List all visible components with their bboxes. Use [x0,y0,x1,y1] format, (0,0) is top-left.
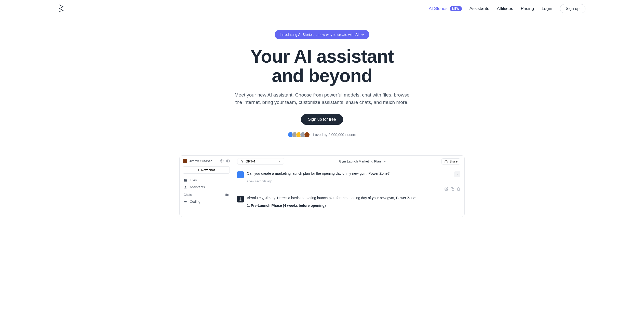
hero-title-line2: and beyond [272,65,372,86]
chevron-down-icon [456,173,459,175]
nav-ai-stories-label: AI Stories [429,6,448,11]
messages: Can you create a marketing launch plan f… [233,167,464,217]
sidebar-header-icons [220,159,230,163]
message-body: Can you create a marketing launch plan f… [247,171,441,191]
svg-rect-1 [227,160,230,162]
share-button[interactable]: Share [441,158,460,165]
hero-title-line1: Your AI assistant [250,46,394,66]
robot-icon [184,185,187,189]
svg-point-2 [185,186,186,187]
hero-section: Introducing AI Stories: a new way to cre… [207,17,437,145]
edit-icon[interactable] [445,187,448,191]
ai-phase-heading: 1. Pre-Launch Phase (4 weeks before open… [247,203,460,208]
message-menu-button[interactable] [454,171,460,177]
nav-login[interactable]: Login [542,6,552,11]
logo[interactable] [59,4,64,13]
avatar-stack [288,132,310,138]
nav-affiliates[interactable]: Affiliates [497,6,513,11]
sidebar: Jimmy Greaser + New chat Files Assistant… [180,156,233,217]
sidebar-item-label: Assistants [190,185,205,189]
announcement-banner[interactable]: Introducing AI Stories: a new way to cre… [275,30,370,39]
sidebar-item-label: Coding [190,200,200,203]
sidebar-folder-coding[interactable]: Coding [183,198,230,205]
new-chat-label: New chat [201,168,215,172]
chat-title[interactable]: Gym Launch Marketing Plan [339,159,386,163]
user-info[interactable]: Jimmy Greaser [183,159,212,163]
signup-button[interactable]: Sign up [560,4,585,13]
plus-icon: + [198,168,200,172]
message-timestamp: a few seconds ago [247,180,441,183]
sidebar-toggle-icon[interactable] [226,159,230,163]
social-proof: Loved by 2,000,000+ users [212,132,432,138]
model-selector[interactable]: GPT-4 [237,158,284,165]
message-text: Can you create a marketing launch plan f… [247,171,441,175]
hero-subtitle: Meet your new AI assistant. Choose from … [233,91,411,106]
app-preview: Jimmy Greaser + New chat Files Assistant… [179,155,465,217]
sidebar-item-label: Files [190,178,197,182]
nav-ai-stories[interactable]: AI Stories NEW [429,6,462,11]
arrow-right-icon [361,33,364,36]
message-actions [445,187,460,191]
content-header: GPT-4 Gym Launch Marketing Plan Share [233,156,464,167]
sidebar-header: Jimmy Greaser [183,159,230,163]
user-msg-avatar [237,171,244,178]
chats-section-header: Chats [183,190,230,198]
share-label: Share [449,160,458,163]
chevron-down-icon [383,160,386,163]
svg-rect-3 [184,201,186,202]
ai-message: Absolutely, Jimmy. Here's a basic market… [237,196,460,208]
hero-title: Your AI assistant and beyond [212,47,432,85]
gear-icon[interactable] [220,159,224,163]
ai-msg-avatar [237,196,244,202]
svg-rect-4 [452,188,454,190]
main-content: GPT-4 Gym Launch Marketing Plan Share Ca… [233,156,464,217]
ai-intro-text: Absolutely, Jimmy. Here's a basic market… [247,196,460,200]
openai-icon [238,197,243,201]
sidebar-item-assistants[interactable]: Assistants [183,184,230,190]
model-name: GPT-4 [246,159,255,163]
social-proof-text: Loved by 2,000,000+ users [313,133,356,137]
nav-assistants[interactable]: Assistants [469,6,489,11]
sidebar-item-files[interactable]: Files [183,177,230,184]
delete-icon[interactable] [457,187,460,191]
new-badge: NEW [450,6,462,11]
message-body: Absolutely, Jimmy. Here's a basic market… [247,196,460,208]
folder-icon [184,179,187,182]
copy-icon[interactable] [451,187,454,191]
user-name: Jimmy Greaser [189,159,212,163]
user-message: Can you create a marketing launch plan f… [237,171,460,191]
svg-point-0 [221,160,222,161]
add-folder-icon[interactable] [225,193,229,197]
user-avatar [183,159,187,163]
nav-pricing[interactable]: Pricing [521,6,534,11]
chat-title-text: Gym Launch Marketing Plan [339,159,381,163]
openai-icon [240,160,244,163]
laptop-icon [184,200,187,203]
share-icon [444,160,448,163]
chats-section-label: Chats [184,193,192,197]
cta-button[interactable]: Sign up for free [301,114,343,125]
new-chat-button[interactable]: + New chat [183,166,230,174]
main-nav: AI Stories NEW Assistants Affiliates Pri… [0,0,644,17]
avatar [304,132,310,138]
nav-links: AI Stories NEW Assistants Affiliates Pri… [429,4,585,13]
announcement-text: Introducing AI Stories: a new way to cre… [280,33,359,37]
chevron-down-icon [278,160,281,163]
